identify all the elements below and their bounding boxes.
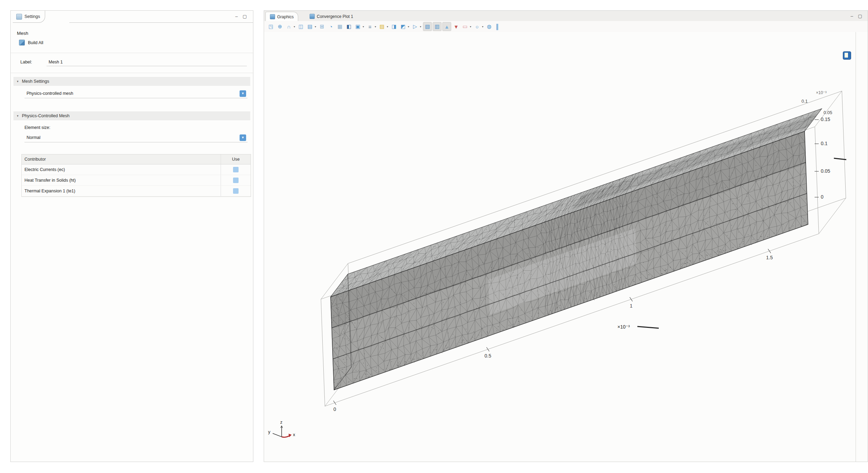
plot-tools-icon[interactable] <box>843 51 851 60</box>
use-checkbox[interactable] <box>233 167 239 172</box>
orthographic-projection-icon[interactable]: ◫ <box>297 22 305 31</box>
go-to-default-view-icon[interactable]: ∩ <box>285 22 293 31</box>
dropdown-icon[interactable]: ▼ <box>240 134 246 141</box>
minimize-icon[interactable]: ‒ <box>235 14 238 19</box>
contributor-cell: Heat Transfer in Solids (ht) <box>22 175 221 185</box>
svg-text:0.1: 0.1 <box>821 141 828 146</box>
settings-tab-label: Settings <box>24 14 40 19</box>
zoom-extents-icon[interactable]: ◳ <box>267 22 275 31</box>
element-size-value: Normal <box>27 135 40 140</box>
clip-plane-icon[interactable]: ○ <box>473 22 481 31</box>
label-input[interactable]: Mesh 1 <box>49 60 63 64</box>
svg-text:0: 0 <box>821 194 824 200</box>
section-physics-mesh-label: Physics-Controlled Mesh <box>22 113 70 118</box>
camera-view-icon[interactable]: ◔ <box>327 22 335 31</box>
dropdown-caret-icon[interactable]: ▾ <box>294 25 295 28</box>
view-pane-icon[interactable]: ▌ <box>494 22 502 31</box>
dropdown-caret-icon[interactable]: ▾ <box>315 25 316 28</box>
axis-align-icon[interactable]: ⊞ <box>318 22 326 31</box>
collapse-caret-icon: ▾ <box>17 114 19 118</box>
build-all-button[interactable]: Build All <box>19 40 43 46</box>
svg-text:x: x <box>293 432 295 437</box>
tab-label: Graphics <box>277 14 294 19</box>
eraser-icon[interactable]: ▭ <box>461 22 469 31</box>
collapse-caret-icon: ▾ <box>17 80 19 83</box>
select-box-icon[interactable]: ◧ <box>345 22 353 31</box>
dropdown-caret-icon[interactable]: ▾ <box>375 25 376 28</box>
svg-text:0: 0 <box>333 406 336 412</box>
sequence-type-combo[interactable]: Physics-controlled mesh ▼ <box>24 90 248 98</box>
wireframe-rendering-icon[interactable]: ▥ <box>433 22 442 31</box>
dropdown-caret-icon[interactable]: ▾ <box>387 25 388 28</box>
svg-text:0.15: 0.15 <box>821 117 830 122</box>
use-cell <box>221 175 251 185</box>
image-snapshot-icon[interactable]: ▣ <box>354 22 362 31</box>
settings-window: Settings ‒ ▢ Mesh Build All Label: Mesh … <box>10 10 253 462</box>
use-cell <box>221 186 251 196</box>
tab-convergence-plot-1[interactable]: Convergence Plot 1 <box>305 12 357 21</box>
minimize-icon[interactable]: ‒ <box>850 14 853 18</box>
dropdown-caret-icon[interactable]: ▾ <box>470 25 471 28</box>
svg-text:z: z <box>280 420 283 425</box>
section-physics-controlled-mesh[interactable]: ▾ Physics-Controlled Mesh <box>13 111 250 120</box>
contributor-table: Contributor Use Electric Currents (ec)He… <box>21 154 251 197</box>
plot-window-icon <box>310 14 315 19</box>
table-header-row: Contributor Use <box>22 154 251 164</box>
print-icon[interactable]: ≡ <box>366 22 374 31</box>
svg-text:0.05: 0.05 <box>824 110 832 115</box>
settings-window-controls: ‒ ▢ <box>235 14 247 19</box>
contributor-cell: Thermal Expansion 1 (te1) <box>22 186 221 196</box>
svg-text:0.5: 0.5 <box>485 353 492 359</box>
zoom-in-icon[interactable]: ⊕ <box>276 22 284 31</box>
tab-graphics[interactable]: Graphics <box>265 12 298 21</box>
svg-text:y: y <box>268 429 271 434</box>
table-row[interactable]: Thermal Expansion 1 (te1) <box>22 186 251 197</box>
tab-settings[interactable]: Settings <box>13 11 45 23</box>
graphics-toolbar: ◳⊕∩▾◫▤▾⊞◔▦◧▣▾≡▾▨▾◨◩▾▷▾▧▥▲▼▭▾○▾◍▌ <box>264 21 868 32</box>
svg-text:1: 1 <box>630 303 633 309</box>
mesh-plot: 00.511.500.050.10.150.050.1×10⁻³×10⁻³zyx <box>264 32 868 462</box>
section-mesh-settings[interactable]: ▾ Mesh Settings <box>13 77 250 86</box>
dropdown-caret-icon[interactable]: ▾ <box>408 25 409 28</box>
use-cell <box>221 164 251 175</box>
grid-toggle-icon[interactable]: ▦ <box>336 22 344 31</box>
svg-text:0.05: 0.05 <box>821 168 830 174</box>
restore-icon[interactable]: ▢ <box>858 14 862 18</box>
environment-icon[interactable]: ◍ <box>485 22 493 31</box>
use-checkbox[interactable] <box>233 188 239 194</box>
element-size-caption: Element size: <box>24 125 50 130</box>
page-title: Mesh <box>17 31 28 36</box>
tab-label: Convergence Plot 1 <box>317 14 353 19</box>
dropdown-caret-icon[interactable]: ▾ <box>363 25 364 28</box>
column-contributor: Contributor <box>22 154 221 164</box>
element-size-combo[interactable]: Normal ▼ <box>24 134 248 142</box>
graphics-window: ‒ ▢ GraphicsConvergence Plot 1 ◳⊕∩▾◫▤▾⊞◔… <box>264 10 868 462</box>
dropdown-icon[interactable]: ▼ <box>240 90 246 97</box>
dropdown-caret-icon[interactable]: ▾ <box>420 25 421 28</box>
player-icon[interactable]: ▷ <box>411 22 419 31</box>
svg-text:0.1: 0.1 <box>801 99 808 104</box>
use-checkbox[interactable] <box>233 178 239 183</box>
plot-settings-icon[interactable]: ◩ <box>399 22 407 31</box>
svg-text:×10⁻³: ×10⁻³ <box>617 324 630 330</box>
table-row[interactable]: Electric Currents (ec) <box>22 164 251 175</box>
graphics-canvas[interactable]: 00.511.500.050.10.150.050.1×10⁻³×10⁻³zyx <box>264 32 868 462</box>
svg-text:1.5: 1.5 <box>766 255 773 260</box>
canvas-edge-divider <box>856 32 856 462</box>
column-use: Use <box>221 154 251 164</box>
build-all-label: Build All <box>28 40 43 45</box>
graphics-window-controls: ‒ ▢ <box>850 14 862 18</box>
dropdown-caret-icon[interactable]: ▾ <box>482 25 483 28</box>
contributor-cell: Electric Currents (ec) <box>22 164 221 175</box>
plot-window-icon <box>270 14 275 19</box>
selection-filter-icon[interactable]: ▼ <box>452 22 460 31</box>
mesh-rendering-icon[interactable]: ▲ <box>442 22 451 31</box>
table-row[interactable]: Heat Transfer in Solids (ht) <box>22 175 251 186</box>
tab-divider <box>69 22 253 23</box>
transparency-icon[interactable]: ▧ <box>423 22 432 31</box>
view-menu-icon[interactable]: ▤ <box>306 22 314 31</box>
color-theme-icon[interactable]: ◨ <box>390 22 398 31</box>
label-caption: Label: <box>20 60 32 64</box>
restore-icon[interactable]: ▢ <box>243 14 247 19</box>
scene-light-icon[interactable]: ▨ <box>378 22 386 31</box>
